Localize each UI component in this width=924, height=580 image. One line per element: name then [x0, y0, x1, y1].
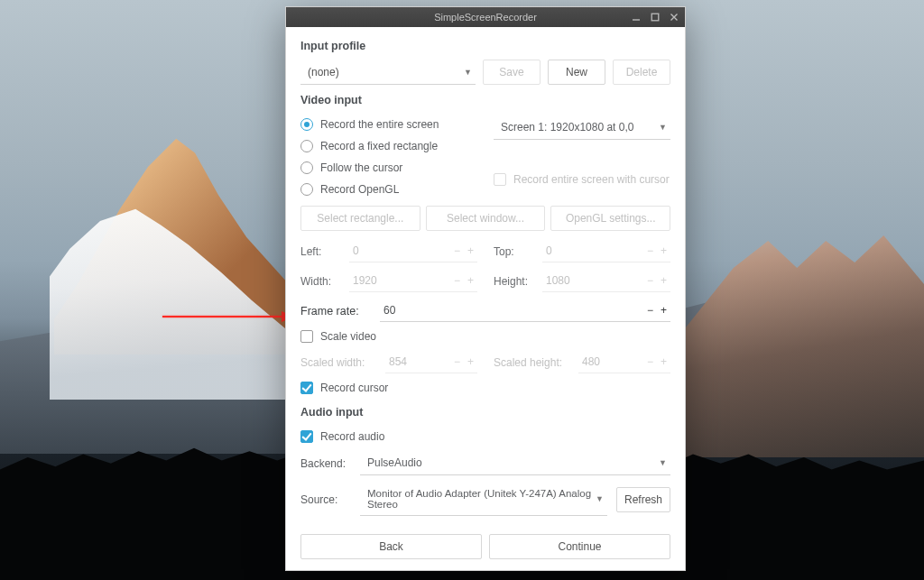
radio-fixed-rect[interactable]: Record a fixed rectangle: [300, 135, 477, 157]
back-button[interactable]: Back: [300, 534, 482, 559]
close-icon[interactable]: [669, 12, 679, 23]
width-field: 1920 −+: [349, 270, 477, 292]
minus-icon: −: [454, 244, 460, 257]
width-value: 1920: [353, 274, 454, 287]
scaled-height-field: 480 −+: [578, 351, 670, 373]
new-button[interactable]: New: [548, 60, 605, 85]
radio-label: Record OpenGL: [320, 183, 399, 196]
select-window-button[interactable]: Select window...: [426, 206, 546, 231]
annotation-arrow: [162, 316, 293, 318]
source-dropdown[interactable]: Monitor of Audio Adapter (Unitek Y-247A)…: [360, 483, 607, 516]
source-value: Monitor of Audio Adapter (Unitek Y-247A)…: [367, 488, 596, 510]
width-label: Width:: [300, 275, 342, 288]
backend-value: PulseAudio: [367, 456, 422, 469]
window-title: SimpleScreenRecorder: [434, 12, 537, 23]
backend-label: Backend:: [300, 457, 351, 470]
svg-rect-0: [651, 14, 659, 21]
plus-icon[interactable]: +: [661, 304, 667, 317]
left-value: 0: [353, 244, 454, 257]
checkbox-icon: [300, 382, 313, 394]
source-label: Source:: [300, 493, 351, 506]
check-scale-video[interactable]: Scale video: [300, 326, 670, 347]
left-field: 0 −+: [349, 240, 477, 262]
titlebar[interactable]: SimpleScreenRecorder: [286, 7, 685, 27]
top-label: Top:: [494, 245, 535, 258]
checkbox-label: Scale video: [320, 330, 376, 343]
radio-icon: [300, 183, 313, 196]
plus-icon: +: [467, 244, 474, 257]
minus-icon: −: [454, 274, 460, 287]
minus-icon: −: [454, 355, 460, 368]
minus-icon: −: [647, 244, 653, 257]
checkbox-icon: [494, 173, 506, 186]
plus-icon: +: [661, 355, 667, 368]
minimize-icon[interactable]: [631, 12, 642, 23]
profile-selected: (none): [308, 66, 339, 78]
radio-label: Follow the cursor: [320, 161, 402, 174]
maximize-icon[interactable]: [650, 12, 661, 23]
top-field: 0 −+: [542, 240, 670, 262]
scaled-height-label: Scaled height:: [494, 356, 571, 369]
plus-icon: +: [467, 274, 474, 287]
minus-icon[interactable]: −: [647, 304, 653, 317]
height-value: 1080: [546, 274, 647, 287]
scaled-width-field: 854 −+: [385, 351, 477, 373]
radio-opengl[interactable]: Record OpenGL: [300, 179, 477, 200]
radio-label: Record a fixed rectangle: [320, 140, 438, 152]
chevron-down-icon: ▼: [596, 494, 604, 503]
radio-label: Record the entire screen: [320, 118, 439, 131]
checkbox-icon: [300, 330, 313, 343]
video-input-title: Video input: [300, 94, 670, 106]
checkbox-label: Record audio: [320, 430, 384, 443]
screen-dropdown[interactable]: Screen 1: 1920x1080 at 0,0 ▼: [494, 115, 670, 140]
input-profile-title: Input profile: [300, 40, 670, 52]
checkbox-label: Record cursor: [320, 382, 388, 394]
opengl-settings-button[interactable]: OpenGL settings...: [550, 206, 670, 231]
select-rectangle-button[interactable]: Select rectangle...: [300, 206, 420, 231]
check-record-cursor[interactable]: Record cursor: [300, 377, 670, 399]
audio-input-title: Audio input: [300, 406, 670, 419]
radio-follow-cursor[interactable]: Follow the cursor: [300, 157, 477, 179]
refresh-button[interactable]: Refresh: [616, 487, 670, 512]
backend-dropdown[interactable]: PulseAudio ▼: [360, 451, 670, 475]
framerate-label: Frame rate:: [300, 305, 371, 318]
screen-selected: Screen 1: 1920x1080 at 0,0: [501, 121, 633, 133]
save-button[interactable]: Save: [483, 60, 541, 85]
top-value: 0: [546, 244, 647, 257]
framerate-value: 60: [383, 304, 647, 317]
minus-icon: −: [647, 355, 653, 368]
plus-icon: +: [661, 244, 667, 257]
app-window: SimpleScreenRecorder Input profile (none…: [285, 6, 686, 571]
checkbox-icon: [300, 430, 313, 443]
chevron-down-icon: ▼: [659, 458, 667, 467]
height-label: Height:: [494, 275, 535, 288]
radio-icon: [300, 118, 313, 131]
plus-icon: +: [661, 274, 667, 287]
scaled-width-value: 854: [389, 355, 454, 368]
continue-button[interactable]: Continue: [489, 534, 670, 559]
radio-entire-screen[interactable]: Record the entire screen: [300, 114, 477, 135]
scaled-height-value: 480: [582, 355, 647, 368]
scaled-width-label: Scaled width:: [300, 356, 378, 369]
plus-icon: +: [467, 355, 474, 368]
check-record-audio[interactable]: Record audio: [300, 426, 670, 447]
profile-dropdown[interactable]: (none) ▼: [300, 60, 476, 85]
chevron-down-icon: ▼: [464, 68, 472, 77]
checkbox-label: Record entire screen with cursor: [513, 173, 670, 186]
radio-icon: [300, 161, 313, 174]
minus-icon: −: [647, 274, 653, 287]
chevron-down-icon: ▼: [659, 123, 667, 132]
radio-icon: [300, 140, 313, 152]
height-field: 1080 −+: [542, 270, 670, 292]
delete-button[interactable]: Delete: [613, 60, 670, 85]
framerate-field[interactable]: 60 −+: [380, 299, 670, 322]
check-entire-with-cursor: Record entire screen with cursor: [494, 169, 670, 190]
left-label: Left:: [300, 245, 342, 258]
